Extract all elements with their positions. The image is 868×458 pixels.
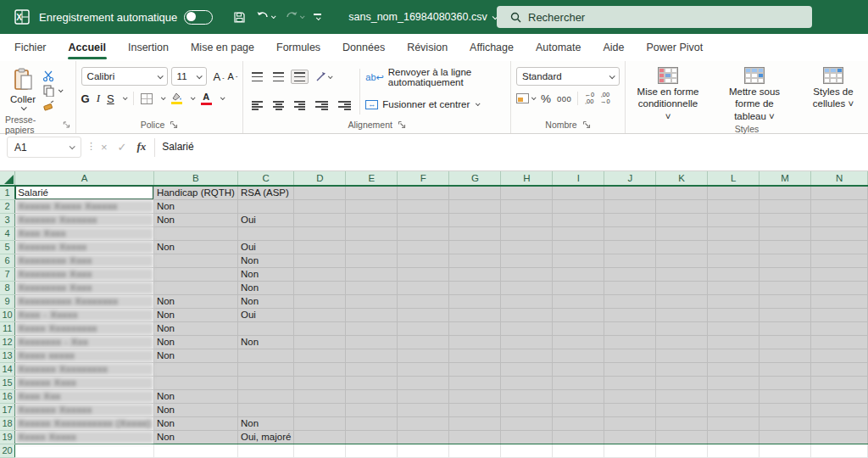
grid-cell-F7[interactable] [398, 267, 449, 281]
grid-cell-H10[interactable] [501, 308, 553, 321]
row-header-12[interactable]: 12 [0, 335, 15, 349]
row-header-16[interactable]: 16 [0, 389, 15, 403]
grid-cell-H7[interactable] [501, 267, 553, 281]
document-title[interactable]: sans_nom_16984080360.csv [348, 11, 496, 23]
tab-aide[interactable]: Aide [593, 34, 636, 61]
grid-cell-H4[interactable] [501, 226, 553, 240]
grid-cell-D18[interactable] [294, 416, 346, 430]
copy-dropdown-icon[interactable] [58, 87, 64, 92]
grid-cell-K3[interactable] [656, 213, 708, 226]
column-header-G[interactable]: G [449, 171, 501, 186]
grid-cell-J9[interactable] [604, 294, 656, 308]
column-header-N[interactable]: N [811, 171, 868, 186]
grid-cell-J8[interactable] [604, 281, 656, 294]
grid-cell-L20[interactable] [708, 444, 760, 457]
grid-cell-B16[interactable]: Non [153, 389, 237, 403]
grid-cell-M3[interactable] [760, 213, 811, 226]
grid-cell-E14[interactable] [346, 362, 398, 376]
grid-cell-K20[interactable] [656, 444, 708, 457]
orientation-dropdown-icon[interactable] [328, 74, 333, 79]
grid-cell-C12[interactable]: Non [237, 335, 293, 349]
comma-style-button[interactable]: 000 [557, 94, 571, 103]
grid-cell-F18[interactable] [398, 416, 449, 430]
grid-cell-L14[interactable] [708, 362, 760, 376]
grid-cell-G13[interactable] [449, 349, 501, 362]
grid-cell-J6[interactable] [604, 254, 656, 267]
grid-cell-H13[interactable] [501, 349, 553, 362]
grid-cell-C9[interactable]: Non [237, 294, 293, 308]
tab-insertion[interactable]: Insertion [117, 34, 180, 61]
grid-cell-F8[interactable] [398, 281, 449, 294]
grid-cell-I13[interactable] [553, 349, 604, 362]
grid-cell-A20[interactable] [15, 444, 154, 457]
grid-cell-H20[interactable] [501, 444, 553, 457]
grid-cell-A17[interactable]: Xxxxxxx Xxxxxx [15, 403, 154, 416]
column-header-K[interactable]: K [656, 171, 708, 186]
grid-cell-D5[interactable] [294, 240, 346, 254]
column-header-E[interactable]: E [346, 171, 398, 186]
grid-cell-B14[interactable] [153, 362, 237, 376]
grid-cell-J1[interactable] [604, 186, 656, 199]
grid-cell-A12[interactable]: Xxxxxxxx - Xxx [15, 335, 154, 349]
tab-fichier[interactable]: Fichier [3, 34, 58, 61]
grid-cell-H17[interactable] [501, 403, 553, 416]
grid-cell-E20[interactable] [346, 444, 398, 457]
grid-cell-G18[interactable] [449, 416, 501, 430]
grid-cell-C4[interactable] [237, 226, 293, 240]
grid-cell-K4[interactable] [656, 226, 708, 240]
grid-cell-N12[interactable] [811, 335, 868, 349]
column-header-D[interactable]: D [294, 171, 346, 186]
grid-cell-N10[interactable] [811, 308, 868, 321]
grid-cell-H15[interactable] [501, 376, 553, 389]
row-header-6[interactable]: 6 [0, 254, 15, 267]
grid-cell-E10[interactable] [346, 308, 398, 321]
grid-cell-H8[interactable] [501, 281, 553, 294]
grid-cell-B15[interactable] [153, 376, 237, 389]
grid-cell-L8[interactable] [708, 281, 760, 294]
column-header-B[interactable]: B [153, 171, 237, 186]
row-header-20[interactable]: 20 [0, 444, 15, 457]
font-size-select[interactable]: 11 [171, 67, 207, 86]
grid-cell-A4[interactable]: Xxxx Xxxx [15, 226, 154, 240]
align-right-button[interactable] [291, 98, 309, 113]
column-header-M[interactable]: M [760, 171, 811, 186]
grid-cell-C3[interactable]: Oui [237, 213, 293, 226]
grid-cell-A19[interactable]: Xxxxx Xxxxx [15, 430, 154, 444]
grid-cell-G17[interactable] [449, 403, 501, 416]
decrease-font-size-button[interactable]: Aˇ [228, 71, 238, 81]
grid-cell-A2[interactable]: Xxxxxx Xxxxx Xxxxxx [15, 199, 154, 213]
column-header-I[interactable]: I [553, 171, 604, 186]
grid-cell-A8[interactable]: Xxxxxxxxx Xxxx [15, 281, 154, 294]
grid-cell-C20[interactable] [237, 444, 293, 457]
grid-cell-I16[interactable] [553, 389, 604, 403]
row-header-9[interactable]: 9 [0, 294, 15, 308]
font-name-dropdown-icon[interactable] [157, 73, 163, 79]
name-box[interactable]: A1 [7, 137, 81, 158]
grid-cell-I18[interactable] [553, 416, 604, 430]
tab-données[interactable]: Données [331, 34, 396, 61]
grid-cell-N6[interactable] [811, 254, 868, 267]
underline-button[interactable]: S [107, 92, 114, 105]
grid-cell-F11[interactable] [398, 321, 449, 335]
name-box-dropdown-icon[interactable] [70, 143, 75, 149]
grid-cell-J20[interactable] [604, 444, 656, 457]
grid-cell-K1[interactable] [656, 186, 708, 199]
grid-cell-F15[interactable] [398, 376, 449, 389]
grid-cell-G1[interactable] [449, 186, 501, 199]
grid-cell-D14[interactable] [294, 362, 346, 376]
grid-cell-M5[interactable] [760, 240, 811, 254]
grid-cell-K16[interactable] [656, 389, 708, 403]
tab-automate[interactable]: Automate [525, 34, 593, 61]
dialog-launcher-icon[interactable] [582, 120, 591, 129]
align-middle-button[interactable] [270, 70, 287, 84]
grid-cell-C13[interactable] [237, 349, 293, 362]
grid-cell-I6[interactable] [553, 254, 604, 267]
grid-cell-E3[interactable] [346, 213, 398, 226]
row-header-1[interactable]: 1 [0, 186, 15, 199]
borders-button[interactable] [141, 93, 153, 104]
grid-cell-D6[interactable] [294, 254, 346, 267]
grid-cell-F14[interactable] [398, 362, 449, 376]
grid-cell-M18[interactable] [760, 416, 811, 430]
decrease-decimal-button[interactable]: ,00→0 [600, 92, 610, 106]
cell-styles-button[interactable]: Styles de cellules ˅ [804, 65, 863, 124]
